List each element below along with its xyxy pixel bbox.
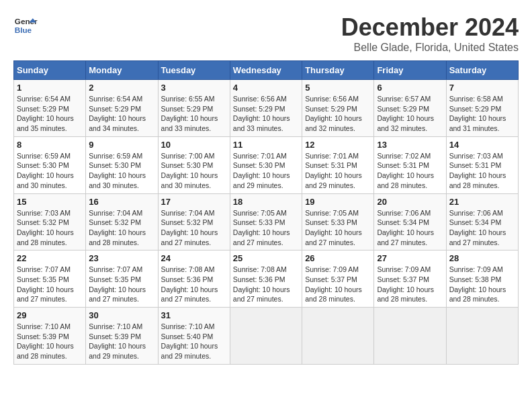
days-header-row: SundayMondayTuesdayWednesdayThursdayFrid… [14, 61, 519, 80]
calendar-cell [302, 308, 374, 365]
day-info: Sunrise: 7:05 AMSunset: 5:33 PMDaylight:… [233, 208, 299, 248]
day-info: Sunrise: 6:58 AMSunset: 5:29 PMDaylight:… [449, 94, 515, 134]
calendar-table: SundayMondayTuesdayWednesdayThursdayFrid… [13, 60, 519, 365]
day-info: Sunrise: 6:57 AMSunset: 5:29 PMDaylight:… [377, 94, 443, 134]
calendar-week-2: 8Sunrise: 6:59 AMSunset: 5:30 PMDaylight… [14, 136, 519, 193]
day-number: 28 [449, 253, 515, 263]
day-header-wednesday: Wednesday [230, 61, 302, 80]
day-info: Sunrise: 6:54 AMSunset: 5:29 PMDaylight:… [17, 94, 83, 134]
day-info: Sunrise: 7:06 AMSunset: 5:34 PMDaylight:… [449, 208, 515, 248]
day-number: 7 [449, 83, 515, 93]
day-number: 5 [305, 83, 371, 93]
day-info: Sunrise: 6:54 AMSunset: 5:29 PMDaylight:… [89, 94, 154, 134]
day-number: 15 [17, 197, 83, 207]
day-header-sunday: Sunday [14, 61, 86, 80]
title-section: December 2024 Belle Glade, Florida, Unit… [341, 13, 519, 54]
day-number: 25 [233, 253, 299, 263]
day-number: 17 [161, 197, 227, 207]
day-info: Sunrise: 6:56 AMSunset: 5:29 PMDaylight:… [233, 94, 299, 134]
calendar-title: December 2024 [341, 13, 519, 42]
day-number: 16 [89, 197, 154, 207]
day-info: Sunrise: 7:09 AMSunset: 5:37 PMDaylight:… [305, 265, 371, 304]
logo: General Blue [13, 13, 38, 38]
calendar-cell: 15Sunrise: 7:03 AMSunset: 5:32 PMDayligh… [14, 193, 86, 250]
calendar-cell: 13Sunrise: 7:02 AMSunset: 5:31 PMDayligh… [374, 136, 446, 193]
day-number: 12 [305, 140, 371, 150]
day-info: Sunrise: 7:01 AMSunset: 5:30 PMDaylight:… [233, 151, 299, 191]
day-header-thursday: Thursday [302, 61, 374, 80]
calendar-cell: 5Sunrise: 6:56 AMSunset: 5:29 PMDaylight… [302, 80, 374, 137]
day-number: 18 [233, 197, 299, 207]
calendar-cell: 21Sunrise: 7:06 AMSunset: 5:34 PMDayligh… [446, 193, 518, 250]
day-info: Sunrise: 7:05 AMSunset: 5:33 PMDaylight:… [305, 208, 371, 248]
day-header-friday: Friday [374, 61, 446, 80]
day-info: Sunrise: 7:10 AMSunset: 5:39 PMDaylight:… [89, 322, 154, 361]
calendar-cell: 27Sunrise: 7:09 AMSunset: 5:37 PMDayligh… [374, 250, 446, 308]
day-info: Sunrise: 6:59 AMSunset: 5:30 PMDaylight:… [89, 151, 154, 191]
calendar-cell: 8Sunrise: 6:59 AMSunset: 5:30 PMDaylight… [14, 136, 86, 193]
day-info: Sunrise: 7:04 AMSunset: 5:32 PMDaylight:… [161, 208, 227, 248]
calendar-cell: 20Sunrise: 7:06 AMSunset: 5:34 PMDayligh… [374, 193, 446, 250]
calendar-cell: 30Sunrise: 7:10 AMSunset: 5:39 PMDayligh… [86, 308, 158, 365]
day-number: 8 [17, 140, 83, 150]
calendar-cell: 11Sunrise: 7:01 AMSunset: 5:30 PMDayligh… [230, 136, 302, 193]
day-info: Sunrise: 7:01 AMSunset: 5:31 PMDaylight:… [305, 151, 371, 191]
day-info: Sunrise: 7:10 AMSunset: 5:40 PMDaylight:… [161, 322, 227, 361]
day-info: Sunrise: 7:00 AMSunset: 5:30 PMDaylight:… [161, 151, 227, 191]
calendar-cell: 7Sunrise: 6:58 AMSunset: 5:29 PMDaylight… [446, 80, 518, 137]
calendar-cell: 31Sunrise: 7:10 AMSunset: 5:40 PMDayligh… [158, 308, 230, 365]
day-info: Sunrise: 7:03 AMSunset: 5:32 PMDaylight:… [17, 208, 83, 248]
day-info: Sunrise: 7:02 AMSunset: 5:31 PMDaylight:… [377, 151, 443, 191]
calendar-cell: 4Sunrise: 6:56 AMSunset: 5:29 PMDaylight… [230, 80, 302, 137]
calendar-cell: 25Sunrise: 7:08 AMSunset: 5:36 PMDayligh… [230, 250, 302, 308]
day-info: Sunrise: 7:03 AMSunset: 5:31 PMDaylight:… [449, 151, 515, 191]
day-info: Sunrise: 6:59 AMSunset: 5:30 PMDaylight:… [17, 151, 83, 191]
day-header-monday: Monday [86, 61, 158, 80]
calendar-cell: 2Sunrise: 6:54 AMSunset: 5:29 PMDaylight… [86, 80, 158, 137]
calendar-subtitle: Belle Glade, Florida, United States [341, 42, 519, 54]
day-number: 4 [233, 83, 299, 93]
day-number: 29 [17, 310, 83, 320]
page-header: General Blue December 2024 Belle Glade, … [13, 13, 519, 54]
calendar-cell: 3Sunrise: 6:55 AMSunset: 5:29 PMDaylight… [158, 80, 230, 137]
day-number: 6 [377, 83, 443, 93]
day-number: 9 [89, 140, 154, 150]
calendar-cell: 29Sunrise: 7:10 AMSunset: 5:39 PMDayligh… [14, 308, 86, 365]
day-number: 23 [89, 253, 154, 263]
calendar-cell: 17Sunrise: 7:04 AMSunset: 5:32 PMDayligh… [158, 193, 230, 250]
logo-icon: General Blue [13, 13, 38, 38]
day-number: 11 [233, 140, 299, 150]
day-info: Sunrise: 6:55 AMSunset: 5:29 PMDaylight:… [161, 94, 227, 134]
calendar-cell: 28Sunrise: 7:09 AMSunset: 5:38 PMDayligh… [446, 250, 518, 308]
day-number: 22 [17, 253, 83, 263]
day-number: 13 [377, 140, 443, 150]
day-number: 24 [161, 253, 227, 263]
calendar-week-4: 22Sunrise: 7:07 AMSunset: 5:35 PMDayligh… [14, 250, 519, 308]
calendar-cell: 9Sunrise: 6:59 AMSunset: 5:30 PMDaylight… [86, 136, 158, 193]
day-info: Sunrise: 7:09 AMSunset: 5:37 PMDaylight:… [377, 265, 443, 304]
day-number: 10 [161, 140, 227, 150]
calendar-cell: 12Sunrise: 7:01 AMSunset: 5:31 PMDayligh… [302, 136, 374, 193]
day-header-tuesday: Tuesday [158, 61, 230, 80]
calendar-cell [230, 308, 302, 365]
day-info: Sunrise: 7:04 AMSunset: 5:32 PMDaylight:… [89, 208, 154, 248]
day-info: Sunrise: 7:10 AMSunset: 5:39 PMDaylight:… [17, 322, 83, 361]
calendar-cell: 26Sunrise: 7:09 AMSunset: 5:37 PMDayligh… [302, 250, 374, 308]
calendar-cell [374, 308, 446, 365]
calendar-cell: 14Sunrise: 7:03 AMSunset: 5:31 PMDayligh… [446, 136, 518, 193]
calendar-cell: 10Sunrise: 7:00 AMSunset: 5:30 PMDayligh… [158, 136, 230, 193]
day-number: 19 [305, 197, 371, 207]
day-info: Sunrise: 7:09 AMSunset: 5:38 PMDaylight:… [449, 265, 515, 304]
day-info: Sunrise: 7:08 AMSunset: 5:36 PMDaylight:… [233, 265, 299, 304]
day-number: 31 [161, 310, 227, 320]
day-info: Sunrise: 7:07 AMSunset: 5:35 PMDaylight:… [89, 265, 154, 304]
day-info: Sunrise: 6:56 AMSunset: 5:29 PMDaylight:… [305, 94, 371, 134]
day-number: 26 [305, 253, 371, 263]
day-info: Sunrise: 7:06 AMSunset: 5:34 PMDaylight:… [377, 208, 443, 248]
day-number: 21 [449, 197, 515, 207]
calendar-week-3: 15Sunrise: 7:03 AMSunset: 5:32 PMDayligh… [14, 193, 519, 250]
calendar-cell: 6Sunrise: 6:57 AMSunset: 5:29 PMDaylight… [374, 80, 446, 137]
day-number: 27 [377, 253, 443, 263]
calendar-cell: 16Sunrise: 7:04 AMSunset: 5:32 PMDayligh… [86, 193, 158, 250]
day-number: 20 [377, 197, 443, 207]
